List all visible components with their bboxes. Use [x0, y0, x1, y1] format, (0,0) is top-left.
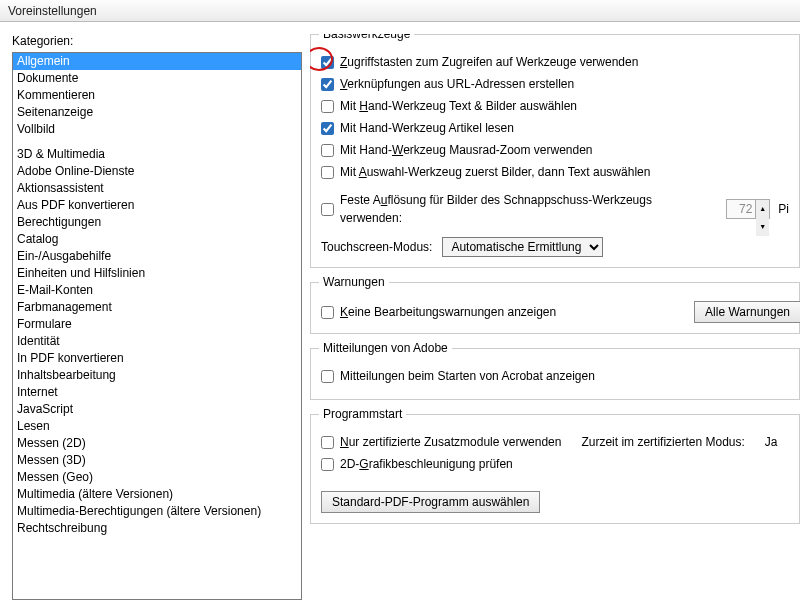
- category-item[interactable]: E-Mail-Konten: [13, 282, 301, 299]
- category-item[interactable]: Aktionsassistent: [13, 180, 301, 197]
- label-chk1: Zugriffstasten zum Zugreifen auf Werkzeu…: [340, 53, 638, 71]
- category-item[interactable]: Catalog: [13, 231, 301, 248]
- checkbox-fixed-resolution[interactable]: [321, 203, 334, 216]
- checkbox-chk3[interactable]: [321, 100, 334, 113]
- touchscreen-label: Touchscreen-Modus:: [321, 240, 432, 254]
- category-item[interactable]: Multimedia-Berechtigungen (ältere Versio…: [13, 503, 301, 520]
- checkbox-chk1[interactable]: [321, 56, 334, 69]
- window-titlebar: Voreinstellungen: [0, 0, 800, 22]
- label-2d-accel: 2D-Grafikbeschleunigung prüfen: [340, 455, 513, 473]
- label-fixed-resolution: Feste Auflösung für Bilder des Schnappsc…: [340, 191, 714, 227]
- category-item[interactable]: Vollbild: [13, 121, 301, 138]
- all-warnings-button[interactable]: Alle Warnungen: [694, 301, 800, 323]
- resolution-spinner[interactable]: ▲ ▼: [726, 199, 770, 219]
- category-item[interactable]: Rechtschreibung: [13, 520, 301, 537]
- label-no-edit-warnings: Keine Bearbeitungswarnungen anzeigen: [340, 303, 556, 321]
- resolution-unit: Pi: [778, 200, 789, 218]
- label-certified-plugins: Nur zertifizierte Zusatzmodule verwenden: [340, 433, 561, 451]
- checkbox-certified-plugins[interactable]: [321, 436, 334, 449]
- category-item[interactable]: Berechtigungen: [13, 214, 301, 231]
- group-title-adobe: Mitteilungen von Adobe: [319, 341, 452, 355]
- category-item[interactable]: Messen (3D): [13, 452, 301, 469]
- categories-listbox[interactable]: AllgemeinDokumenteKommentierenSeitenanze…: [12, 52, 302, 600]
- window-title: Voreinstellungen: [8, 4, 97, 18]
- category-item[interactable]: Lesen: [13, 418, 301, 435]
- group-basiswerkzeuge: Basiswerkzeuge Zugriffstasten zum Zugrei…: [310, 34, 800, 268]
- category-item[interactable]: Aus PDF konvertieren: [13, 197, 301, 214]
- label-chk4: Mit Hand-Werkzeug Artikel lesen: [340, 119, 514, 137]
- spinner-down-icon[interactable]: ▼: [756, 218, 769, 236]
- category-item[interactable]: Farbmanagement: [13, 299, 301, 316]
- group-title-basis: Basiswerkzeuge: [319, 34, 414, 41]
- checkbox-2d-accel[interactable]: [321, 458, 334, 471]
- label-chk6: Mit Auswahl-Werkzeug zuerst Bilder, dann…: [340, 163, 650, 181]
- certified-mode-value: Ja: [765, 435, 778, 449]
- category-item[interactable]: Kommentieren: [13, 87, 301, 104]
- category-item[interactable]: Allgemein: [13, 53, 301, 70]
- category-item[interactable]: Messen (2D): [13, 435, 301, 452]
- checkbox-no-edit-warnings[interactable]: [321, 306, 334, 319]
- checkbox-chk2[interactable]: [321, 78, 334, 91]
- category-item[interactable]: Internet: [13, 384, 301, 401]
- label-adobe-messages: Mitteilungen beim Starten von Acrobat an…: [340, 367, 595, 385]
- category-item[interactable]: Dokumente: [13, 70, 301, 87]
- group-title-warn: Warnungen: [319, 275, 389, 289]
- checkbox-chk6[interactable]: [321, 166, 334, 179]
- touchscreen-select[interactable]: Automatische Ermittlung: [442, 237, 603, 257]
- category-item[interactable]: Multimedia (ältere Versionen): [13, 486, 301, 503]
- categories-label: Kategorien:: [12, 34, 302, 48]
- category-item[interactable]: In PDF konvertieren: [13, 350, 301, 367]
- label-chk3: Mit Hand-Werkzeug Text & Bilder auswähle…: [340, 97, 577, 115]
- category-item[interactable]: Einheiten und Hilfslinien: [13, 265, 301, 282]
- certified-mode-label: Zurzeit im zertifizierten Modus:: [581, 435, 744, 449]
- category-item[interactable]: JavaScript: [13, 401, 301, 418]
- category-item[interactable]: Seitenanzeige: [13, 104, 301, 121]
- label-chk5: Mit Hand-Werkzeug Mausrad-Zoom verwenden: [340, 141, 593, 159]
- default-pdf-program-button[interactable]: Standard-PDF-Programm auswählen: [321, 491, 540, 513]
- group-programmstart: Programmstart Nur zertifizierte Zusatzmo…: [310, 414, 800, 524]
- label-chk2: Verknüpfungen aus URL-Adressen erstellen: [340, 75, 574, 93]
- category-item[interactable]: Identität: [13, 333, 301, 350]
- resolution-input[interactable]: [727, 200, 755, 218]
- category-item[interactable]: Ein-/Ausgabehilfe: [13, 248, 301, 265]
- spinner-up-icon[interactable]: ▲: [756, 200, 769, 218]
- category-item[interactable]: Formulare: [13, 316, 301, 333]
- category-item[interactable]: Messen (Geo): [13, 469, 301, 486]
- group-title-start: Programmstart: [319, 407, 406, 421]
- checkbox-chk5[interactable]: [321, 144, 334, 157]
- group-warnungen: Warnungen Keine Bearbeitungswarnungen an…: [310, 282, 800, 334]
- group-adobe-messages: Mitteilungen von Adobe Mitteilungen beim…: [310, 348, 800, 400]
- category-item[interactable]: Adobe Online-Dienste: [13, 163, 301, 180]
- category-item[interactable]: 3D & Multimedia: [13, 146, 301, 163]
- category-item[interactable]: Inhaltsbearbeitung: [13, 367, 301, 384]
- checkbox-adobe-messages[interactable]: [321, 370, 334, 383]
- checkbox-chk4[interactable]: [321, 122, 334, 135]
